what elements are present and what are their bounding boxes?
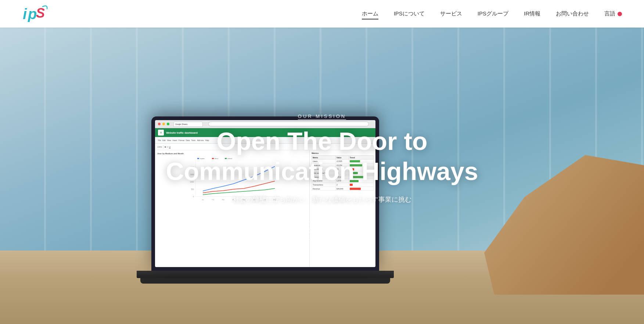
logo-svg: i p S — [22, 4, 51, 24]
nav-group[interactable]: IPSグループ — [478, 10, 508, 17]
hero-content: OUR MISSION Open The Door to Communicati… — [0, 0, 644, 324]
language-label: 言語 — [604, 10, 615, 17]
hero-title-line1: Open The Door to — [216, 127, 427, 155]
read-more-button[interactable]: Read more — [284, 222, 359, 240]
nav-ir[interactable]: IR情報 — [524, 10, 540, 17]
nav-home[interactable]: ホーム — [362, 10, 378, 17]
hero-title: Open The Door to Communication Highways — [166, 126, 478, 186]
nav-services[interactable]: サービス — [440, 10, 462, 17]
nav-about[interactable]: IPSについて — [394, 10, 425, 17]
svg-text:S: S — [36, 6, 45, 21]
hero-title-line2: Communication Highways — [166, 157, 478, 185]
svg-text:i: i — [23, 6, 27, 22]
nav-contact[interactable]: お問い合わせ — [556, 10, 589, 17]
language-selector[interactable]: 言語 — [604, 10, 622, 17]
mission-label: OUR MISSION — [298, 114, 346, 119]
logo[interactable]: i p S — [22, 4, 51, 24]
main-nav: ホーム IPSについて サービス IPSグループ IR情報 お問い合わせ 言語 — [362, 10, 622, 17]
hero-section: Google Sheets ≡ Website traffic dashboar… — [0, 0, 644, 324]
language-flag-icon — [618, 12, 622, 16]
hero-subtitle: 社会の障壁に立ち向かい、新たな価値をもたらす事業に挑む — [233, 195, 411, 204]
site-header: i p S ホーム IPSについて サービス IPSグループ IR情報 お問い合… — [0, 0, 644, 28]
svg-text:p: p — [28, 6, 37, 22]
